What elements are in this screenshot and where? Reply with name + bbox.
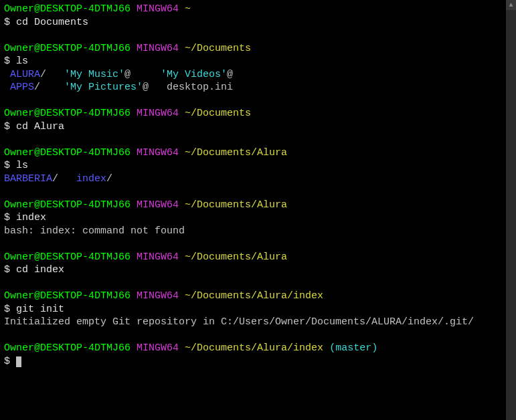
blank-line	[4, 237, 502, 251]
command-line: $ cd index	[4, 264, 502, 277]
shell-label: MINGW64	[137, 43, 179, 54]
user-host: Owner@DESKTOP-4DTMJ66	[4, 147, 131, 159]
user-host: Owner@DESKTOP-4DTMJ66	[4, 290, 131, 302]
shell-label: MINGW64	[137, 147, 179, 159]
dir-entry: APPS	[4, 82, 34, 93]
dollar: $	[4, 160, 16, 171]
dollar: $	[4, 121, 16, 132]
prompt-line: Owner@DESKTOP-4DTMJ66 MINGW64 ~/Document…	[4, 42, 502, 56]
path: ~/Documents	[185, 43, 251, 54]
symlink-entry: 'My Videos'	[161, 69, 227, 80]
terminal-output[interactable]: Owner@DESKTOP-4DTMJ66 MINGW64 ~ $ cd Doc…	[0, 0, 506, 420]
blank-line	[4, 133, 502, 146]
blank-line	[4, 329, 502, 342]
command: ls	[16, 56, 28, 67]
shell-label: MINGW64	[137, 108, 179, 119]
git-output: Initialized empty Git repository in C:/U…	[4, 316, 502, 329]
prompt-line: Owner@DESKTOP-4DTMJ66 MINGW64 ~/Document…	[4, 251, 502, 264]
dir-entry: ALURA	[4, 69, 40, 80]
user-host: Owner@DESKTOP-4DTMJ66	[4, 3, 131, 15]
blank-line	[4, 29, 502, 42]
scrollbar[interactable]: ▲	[506, 0, 516, 420]
path: ~/Documents/Alura	[185, 251, 287, 263]
command-line: $ index	[4, 211, 502, 225]
command-line: $ ls	[4, 159, 502, 173]
prompt-line: Owner@DESKTOP-4DTMJ66 MINGW64 ~/Document…	[4, 290, 502, 303]
user-host: Owner@DESKTOP-4DTMJ66	[4, 342, 131, 354]
git-branch: (master)	[329, 342, 377, 354]
shell-label: MINGW64	[137, 290, 179, 302]
prompt-line: Owner@DESKTOP-4DTMJ66 MINGW64 ~/Document…	[4, 199, 502, 212]
file-entry: desktop.ini	[167, 82, 233, 93]
command: git init	[16, 304, 64, 315]
command: index	[16, 212, 46, 223]
prompt-line: Owner@DESKTOP-4DTMJ66 MINGW64 ~	[4, 3, 502, 16]
command-line: $ cd Alura	[4, 120, 502, 134]
command-line: $ ls	[4, 55, 502, 68]
prompt-line: Owner@DESKTOP-4DTMJ66 MINGW64 ~/Document…	[4, 342, 502, 355]
shell-label: MINGW64	[137, 3, 179, 15]
dollar: $	[4, 56, 16, 67]
symlink-entry: 'My Music'	[64, 69, 124, 80]
blank-line	[4, 277, 502, 290]
dollar: $	[4, 264, 16, 276]
symlink-entry: 'My Pictures'	[64, 82, 143, 93]
command: cd index	[16, 264, 64, 276]
dollar: $	[4, 17, 16, 28]
path: ~/Documents/Alura	[185, 199, 287, 211]
command-line[interactable]: $	[4, 355, 502, 369]
dir-entry: BARBERIA	[4, 173, 52, 185]
dollar: $	[4, 304, 16, 315]
scroll-up-arrow-icon[interactable]: ▲	[506, 0, 516, 10]
command-line: $ git init	[4, 303, 502, 316]
path: ~/Documents/Alura/index	[185, 342, 323, 354]
command: cd Alura	[16, 121, 64, 132]
dir-entry: index	[76, 173, 106, 185]
blank-line	[4, 94, 502, 108]
prompt-line: Owner@DESKTOP-4DTMJ66 MINGW64 ~/Document…	[4, 146, 502, 160]
blank-line	[4, 185, 502, 199]
user-host: Owner@DESKTOP-4DTMJ66	[4, 108, 131, 119]
path: ~/Documents/Alura	[185, 147, 287, 159]
dollar: $	[4, 212, 16, 223]
path: ~	[185, 3, 191, 15]
shell-label: MINGW64	[137, 342, 179, 354]
ls-output-line: BARBERIA/ index/	[4, 173, 502, 186]
dollar: $	[4, 356, 16, 367]
cursor	[16, 356, 21, 367]
prompt-line: Owner@DESKTOP-4DTMJ66 MINGW64 ~/Document…	[4, 107, 502, 120]
user-host: Owner@DESKTOP-4DTMJ66	[4, 199, 131, 211]
path: ~/Documents	[185, 108, 251, 119]
user-host: Owner@DESKTOP-4DTMJ66	[4, 43, 131, 54]
command: ls	[16, 160, 28, 171]
user-host: Owner@DESKTOP-4DTMJ66	[4, 251, 131, 263]
shell-label: MINGW64	[137, 251, 179, 263]
path: ~/Documents/Alura/index	[185, 290, 323, 302]
command: cd Documents	[16, 17, 88, 28]
error-output: bash: index: command not found	[4, 225, 502, 238]
ls-output-line: APPS/ 'My Pictures'@ desktop.ini	[4, 81, 502, 94]
shell-label: MINGW64	[137, 199, 179, 211]
ls-output-line: ALURA/ 'My Music'@ 'My Videos'@	[4, 68, 502, 82]
command-line: $ cd Documents	[4, 16, 502, 29]
